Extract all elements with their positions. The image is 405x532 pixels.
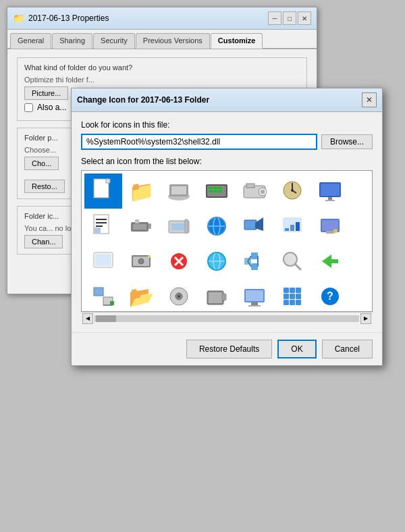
icon-cell-12[interactable] bbox=[273, 209, 311, 244]
browse-button[interactable]: Browse... bbox=[321, 134, 373, 149]
icon-cell-23[interactable] bbox=[160, 279, 198, 312]
icon-cell-26[interactable] bbox=[273, 279, 311, 312]
svg-line-70 bbox=[295, 264, 300, 269]
close-button-main[interactable]: ✕ bbox=[298, 11, 311, 25]
svg-rect-80 bbox=[209, 292, 222, 303]
svg-rect-91 bbox=[296, 294, 301, 299]
icon-cell-0[interactable] bbox=[84, 174, 122, 209]
svg-rect-34 bbox=[171, 223, 186, 230]
choose-button[interactable]: Cho... bbox=[24, 157, 59, 170]
icon-cell-4[interactable] bbox=[236, 174, 273, 209]
svg-rect-22 bbox=[328, 197, 332, 200]
icon-cell-14[interactable] bbox=[84, 244, 122, 279]
svg-rect-11 bbox=[218, 190, 222, 192]
icon-cell-19[interactable] bbox=[273, 244, 311, 279]
tab-customize[interactable]: Customize bbox=[211, 33, 263, 49]
icon-cell-8[interactable] bbox=[122, 209, 160, 244]
svg-rect-86 bbox=[284, 288, 289, 293]
icon-cell-22[interactable]: 📂 bbox=[122, 279, 160, 312]
pictures-button[interactable]: Picture... bbox=[24, 86, 68, 100]
svg-rect-9 bbox=[209, 190, 213, 192]
file-path-input[interactable] bbox=[81, 134, 317, 150]
folder-title-icon: 📁 bbox=[13, 13, 24, 24]
svg-rect-90 bbox=[290, 294, 295, 299]
title-bar-controls: ─ □ ✕ bbox=[268, 11, 311, 25]
scroll-right-arrow[interactable]: ▶ bbox=[360, 313, 371, 324]
scrollbar: ◀ ▶ bbox=[81, 312, 373, 324]
svg-rect-3 bbox=[171, 186, 186, 194]
tab-previous-versions[interactable]: Previous Versions bbox=[136, 33, 210, 49]
main-window-title: 2017-06-13 Properties bbox=[28, 14, 109, 23]
svg-rect-30 bbox=[133, 224, 146, 230]
svg-rect-40 bbox=[244, 220, 256, 230]
icon-cell-5[interactable] bbox=[273, 174, 311, 209]
icon-cell-3[interactable] bbox=[198, 174, 236, 209]
icon-cell-9[interactable] bbox=[160, 209, 198, 244]
icon-cell-15[interactable] bbox=[122, 244, 160, 279]
file-path-row: Browse... bbox=[81, 134, 373, 150]
svg-point-54 bbox=[138, 259, 144, 264]
svg-rect-85 bbox=[248, 305, 261, 307]
svg-point-49 bbox=[333, 229, 338, 233]
icon-cell-6[interactable] bbox=[311, 174, 349, 209]
icon-cell-24[interactable] bbox=[198, 279, 236, 312]
svg-rect-35 bbox=[185, 219, 188, 233]
svg-text:?: ? bbox=[327, 290, 333, 302]
dialog-close-button[interactable]: ✕ bbox=[362, 92, 377, 107]
icon-cell-2[interactable] bbox=[160, 174, 198, 209]
svg-rect-10 bbox=[213, 190, 217, 192]
svg-rect-63 bbox=[251, 252, 258, 259]
dialog-bottom-buttons: Restore Defaults OK Cancel bbox=[72, 332, 382, 365]
svg-rect-7 bbox=[213, 187, 217, 189]
icon-cell-25[interactable] bbox=[236, 279, 273, 312]
tabs-row: General Sharing Security Previous Versio… bbox=[7, 30, 317, 49]
svg-rect-44 bbox=[290, 225, 294, 231]
dialog-ok-button[interactable]: OK bbox=[277, 340, 316, 358]
dialog-title: Change Icon for 2017-06-13 Folder bbox=[77, 95, 209, 105]
dialog-title-bar: Change Icon for 2017-06-13 Folder ✕ bbox=[72, 88, 382, 112]
dialog-content: Look for icons in this file: Browse... S… bbox=[72, 112, 382, 332]
svg-point-19 bbox=[291, 189, 294, 192]
svg-rect-94 bbox=[296, 300, 301, 305]
look-for-label: Look for icons in this file: bbox=[81, 120, 373, 130]
also-label: Also a... bbox=[37, 103, 66, 112]
maximize-button[interactable]: □ bbox=[283, 11, 296, 25]
svg-rect-81 bbox=[222, 294, 226, 300]
scroll-thumb[interactable] bbox=[96, 315, 116, 322]
icon-cell-13[interactable] bbox=[311, 209, 349, 244]
svg-rect-64 bbox=[251, 263, 258, 270]
tab-sharing[interactable]: Sharing bbox=[52, 33, 92, 49]
svg-rect-45 bbox=[296, 222, 300, 231]
icon-cell-17[interactable] bbox=[198, 244, 236, 279]
icon-cell-18[interactable] bbox=[236, 244, 273, 279]
scroll-track[interactable] bbox=[94, 315, 359, 322]
icon-cell-10[interactable] bbox=[198, 209, 236, 244]
icon-cell-16[interactable] bbox=[160, 244, 198, 279]
restore-defaults-button[interactable]: Restore Defaults bbox=[186, 340, 272, 358]
minimize-button[interactable]: ─ bbox=[268, 11, 281, 25]
icon-cell-7[interactable] bbox=[84, 209, 122, 244]
svg-rect-51 bbox=[95, 254, 111, 266]
svg-rect-8 bbox=[218, 187, 222, 189]
tab-general[interactable]: General bbox=[10, 33, 51, 49]
svg-rect-13 bbox=[246, 184, 254, 188]
icon-cell-21[interactable] bbox=[84, 279, 122, 312]
svg-marker-71 bbox=[322, 255, 338, 268]
svg-rect-31 bbox=[148, 223, 151, 229]
icon-cell-1[interactable]: 📁 bbox=[122, 174, 160, 209]
scroll-left-arrow[interactable]: ◀ bbox=[82, 313, 93, 324]
restore-button[interactable]: Resto... bbox=[24, 180, 65, 193]
icon-cell-20[interactable] bbox=[311, 244, 349, 279]
icon-cell-11[interactable] bbox=[236, 209, 273, 244]
dialog-cancel-button[interactable]: Cancel bbox=[322, 340, 373, 358]
also-checkbox[interactable] bbox=[24, 103, 33, 112]
svg-rect-93 bbox=[290, 300, 295, 305]
icon-grid: 📁 bbox=[82, 171, 372, 312]
icon-cell-27[interactable]: ? bbox=[311, 279, 349, 312]
svg-rect-84 bbox=[251, 302, 258, 305]
select-icon-label: Select an icon from the list below: bbox=[81, 157, 373, 166]
svg-point-15 bbox=[261, 190, 265, 194]
tab-security[interactable]: Security bbox=[93, 33, 135, 49]
change-icon-button[interactable]: Chan... bbox=[24, 235, 63, 248]
folder-type-label: What kind of folder do you want? bbox=[24, 63, 300, 72]
